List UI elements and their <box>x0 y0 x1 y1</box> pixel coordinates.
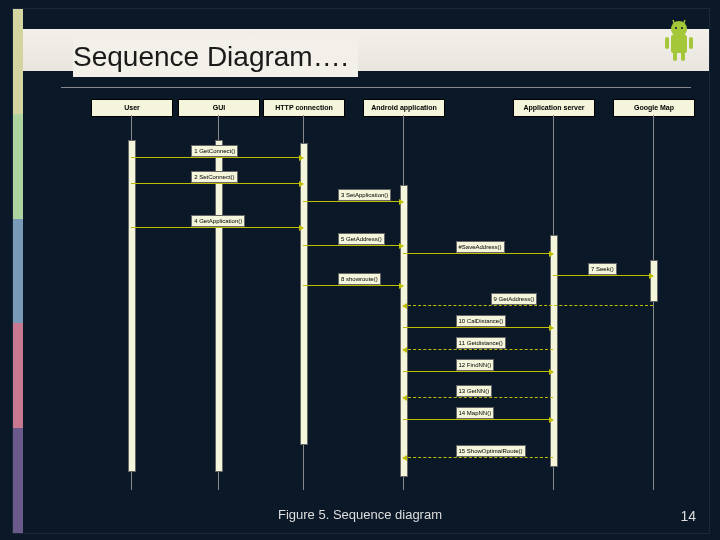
message-label-15: 15 ShowOptimalRoute() <box>456 445 526 457</box>
arrow-1 <box>131 157 303 158</box>
slide-title: Sequence Diagram…. <box>73 37 358 77</box>
activation-http <box>300 143 308 445</box>
arrow-4 <box>131 227 303 228</box>
svg-rect-0 <box>671 35 687 53</box>
message-label-5: 5 GetAddress() <box>338 233 385 245</box>
accent-stripe <box>13 9 23 533</box>
activation-app <box>550 235 558 467</box>
participant-android: Android application <box>363 99 445 117</box>
arrow-10 <box>403 327 553 328</box>
activation-gmap <box>650 260 658 302</box>
activation-user <box>128 140 136 472</box>
arrow-15 <box>403 457 553 458</box>
title-underline <box>61 87 691 88</box>
arrow-11 <box>403 349 553 350</box>
svg-rect-4 <box>673 51 677 61</box>
message-label-12: 12 FindNN() <box>456 359 495 371</box>
lifeline-gmap <box>653 115 654 490</box>
activation-gui <box>215 140 223 472</box>
arrow-9 <box>403 305 653 306</box>
android-logo-icon <box>659 17 699 65</box>
participant-app: Application server <box>513 99 595 117</box>
arrow-14 <box>403 419 553 420</box>
arrow-2 <box>131 183 303 184</box>
arrow-26 <box>403 253 553 254</box>
arrow-12 <box>403 371 553 372</box>
page-number: 14 <box>680 508 696 524</box>
message-label-2: 2 SetConnect() <box>191 171 237 183</box>
svg-point-1 <box>671 21 687 37</box>
message-label-8: 8 showroute() <box>338 273 381 285</box>
message-label-3: 3 SetApplication() <box>338 189 391 201</box>
message-label-26: #SaveAddress() <box>456 241 505 253</box>
slide-frame: Sequence Diagram…. UserGUIHTTP connectio… <box>12 8 710 534</box>
svg-point-8 <box>675 27 677 29</box>
sequence-diagram: UserGUIHTTP connectionAndroid applicatio… <box>73 99 693 504</box>
svg-point-9 <box>681 27 683 29</box>
participant-user: User <box>91 99 173 117</box>
message-label-7: 7 Seek() <box>588 263 617 275</box>
figure-caption: Figure 5. Sequence diagram <box>0 507 720 522</box>
arrow-13 <box>403 397 553 398</box>
message-label-11: 11 Getdistance() <box>456 337 506 349</box>
svg-rect-2 <box>665 37 669 49</box>
participant-gui: GUI <box>178 99 260 117</box>
message-label-14: 14 MapNN() <box>456 407 495 419</box>
arrow-8 <box>303 285 403 286</box>
arrow-7 <box>553 275 653 276</box>
participant-gmap: Google Map <box>613 99 695 117</box>
arrow-5 <box>303 245 403 246</box>
message-label-10: 10 CalDistance() <box>456 315 507 327</box>
activation-android <box>400 185 408 477</box>
message-label-4: 4 GetApplication() <box>191 215 245 227</box>
message-label-13: 13 GetNN() <box>456 385 493 397</box>
message-label-9: 9 GetAddress() <box>491 293 538 305</box>
svg-rect-3 <box>689 37 693 49</box>
arrow-3 <box>303 201 403 202</box>
message-label-1: 1 GetConnect() <box>191 145 238 157</box>
participant-http: HTTP connection <box>263 99 345 117</box>
svg-rect-5 <box>681 51 685 61</box>
